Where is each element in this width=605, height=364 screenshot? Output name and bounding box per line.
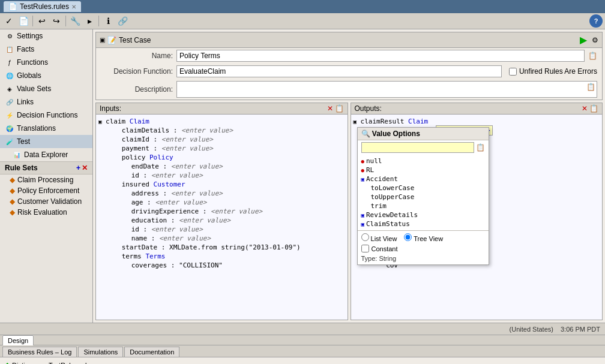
file-btn[interactable]: 📄 <box>17 14 30 28</box>
test-settings-btn[interactable]: ⚙ <box>592 36 598 44</box>
vo-rl-label[interactable]: RL <box>366 166 374 174</box>
insured-id-value[interactable]: <enter value> <box>151 225 203 233</box>
accept-btn[interactable]: ✓ <box>2 14 16 28</box>
data-explorer-icon: 📊 <box>12 150 22 160</box>
sidebar-item-decision-functions[interactable]: ⚡ Decision Functions <box>0 109 92 122</box>
add-rule-set-btn[interactable]: + <box>76 164 80 172</box>
collapse-btn[interactable]: ▣ <box>100 37 105 43</box>
age-value[interactable]: <enter value> <box>155 198 206 206</box>
vo-constant-checkbox[interactable] <box>361 245 369 252</box>
outputs-add-btn[interactable]: 📋 <box>589 104 598 113</box>
sidebar-item-settings[interactable]: ⚙ Settings <box>0 29 92 43</box>
claim-details-key: claimDetails : <box>122 127 181 134</box>
end-date-value[interactable]: <enter value> <box>171 163 223 170</box>
file-icon: 📄 <box>8 2 17 11</box>
vo-reviewdetails-node[interactable]: ▣ ReviewDetails <box>361 210 485 219</box>
sidebar-item-translations[interactable]: 🌍 Translations <box>0 122 92 135</box>
bottom-tab-business-rules-log[interactable]: Business Rules – Log <box>2 347 77 357</box>
vo-list-view-label[interactable]: List View <box>361 233 397 242</box>
bottom-tab-documentation[interactable]: Documentation <box>124 347 179 357</box>
terms-type-link[interactable]: Terms <box>145 252 165 260</box>
payment-value[interactable]: <enter value> <box>161 145 213 152</box>
rule-set-risk-evaluation[interactable]: ◆ Risk Evaluation <box>0 207 92 218</box>
sidebar-item-functions[interactable]: ƒ Functions <box>0 56 92 69</box>
vo-touppercase-label[interactable]: toUpperCase <box>371 193 415 201</box>
vo-paste-btn[interactable]: 📋 <box>476 143 485 152</box>
vo-tree-view-label[interactable]: Tree View <box>404 233 443 242</box>
claim-result-collapse[interactable]: ▣ <box>354 119 357 125</box>
vo-accident-node[interactable]: ▣ Accident <box>361 175 485 183</box>
vo-tolowercase-label[interactable]: toLowerCase <box>371 184 415 192</box>
sidebar-item-data-explorer[interactable]: 📊 Data Explorer <box>0 148 92 161</box>
outputs-clear-btn[interactable]: ✕ <box>582 104 588 113</box>
vo-tolowercase-node[interactable]: toLowerCase <box>361 183 485 192</box>
education-value[interactable]: <enter value> <box>179 216 230 224</box>
bottom-tab-simulations[interactable]: Simulations <box>78 347 123 357</box>
claim-result-type-link[interactable]: Claim <box>408 118 428 125</box>
rule-set-claim-processing[interactable]: ◆ Claim Processing <box>0 175 92 185</box>
sidebar-item-links[interactable]: 🔗 Links <box>0 95 92 109</box>
rule-set-policy-enforcement[interactable]: ◆ Policy Enforcement <box>0 185 92 196</box>
driving-exp-value[interactable]: <enter value> <box>211 207 262 215</box>
vo-null-label[interactable]: null <box>366 157 382 165</box>
policy-id-node: id : <enter value> <box>98 171 345 180</box>
undo-btn[interactable]: ↩ <box>35 14 49 28</box>
bottom-tab-label-simulations: Simulations <box>83 348 118 356</box>
vo-trim-label[interactable]: trim <box>371 202 387 210</box>
rule-set-customer-validation[interactable]: ◆ Customer Validation <box>0 196 92 207</box>
sidebar-label-facts: Facts <box>17 45 34 53</box>
rule-set-label-risk: Risk Evaluation <box>17 208 67 216</box>
decision-function-input[interactable] <box>176 65 502 77</box>
inputs-add-btn[interactable]: 📋 <box>335 104 344 113</box>
claim-collapse[interactable]: ▣ <box>98 119 101 125</box>
name-edit-icon[interactable]: 📋 <box>588 52 597 60</box>
vo-accident-label[interactable]: Accident <box>366 175 398 183</box>
vo-type-row: Type: String <box>361 255 485 262</box>
vo-claimstatus-node[interactable]: ▣ ClaimStatus <box>361 219 485 228</box>
link-btn[interactable]: 🔗 <box>116 14 129 28</box>
vo-trim-node[interactable]: trim <box>361 201 485 210</box>
insured-type-link[interactable]: Customer <box>154 181 185 188</box>
rule-set-label-customer: Customer Validation <box>17 197 82 206</box>
redo-btn[interactable]: ↪ <box>50 14 63 28</box>
address-value[interactable]: <enter value> <box>171 189 223 197</box>
claim-details-value[interactable]: <enter value> <box>181 127 233 134</box>
remove-rule-set-btn[interactable]: ✕ <box>82 164 88 172</box>
claim-id-value[interactable]: <enter value> <box>161 136 213 143</box>
unfired-rules-checkbox[interactable] <box>509 68 517 76</box>
build-btn[interactable]: 🔧 <box>68 14 82 28</box>
close-icon[interactable]: ✕ <box>71 4 76 10</box>
vo-null-node[interactable]: ● null <box>361 157 485 166</box>
help-btn[interactable]: ? <box>589 14 603 28</box>
vo-tree-view-radio[interactable] <box>404 233 412 241</box>
sidebar-item-value-sets[interactable]: ◈ Value Sets <box>0 82 92 95</box>
info-btn[interactable]: ℹ <box>101 14 115 28</box>
description-edit-icon[interactable]: 📋 <box>586 83 595 91</box>
vo-claimstatus-label[interactable]: ClaimStatus <box>366 220 410 228</box>
vo-constant-row: Constant <box>361 245 485 252</box>
vo-list-view-radio[interactable] <box>361 233 369 241</box>
policy-id-value[interactable]: <enter value> <box>151 172 203 179</box>
sidebar-item-test[interactable]: 🧪 Test <box>0 135 92 148</box>
sidebar-item-globals[interactable]: 🌐 Globals <box>0 69 92 82</box>
vo-search-input[interactable] <box>361 142 474 153</box>
vo-reviewdetails-label[interactable]: ReviewDetails <box>366 211 418 219</box>
sidebar-item-facts[interactable]: 📋 Facts <box>0 43 92 56</box>
description-area[interactable]: 📋 <box>176 81 597 98</box>
name-value-link[interactable]: <enter value> <box>159 234 211 242</box>
claim-id-key: claimId : <box>122 136 161 143</box>
vo-null-icon: ● <box>361 158 364 164</box>
claim-type-link[interactable]: Claim <box>130 118 149 125</box>
file-tab[interactable]: 📄 TestRules.rules ✕ <box>4 1 81 12</box>
name-input[interactable] <box>176 50 585 62</box>
vo-touppercase-node[interactable]: toUpperCase <box>361 192 485 201</box>
run-btn[interactable]: ▸ <box>83 14 96 28</box>
run-test-btn[interactable]: ▶ <box>580 34 587 46</box>
vo-rl-node[interactable]: ● RL <box>361 166 485 175</box>
design-tab[interactable]: Design <box>2 335 34 346</box>
sep2 <box>65 16 66 26</box>
inputs-clear-btn[interactable]: ✕ <box>327 104 333 113</box>
policy-type-link[interactable]: Policy <box>149 154 173 161</box>
sidebar-label-value-sets: Value Sets <box>17 85 51 93</box>
facts-icon: 📋 <box>5 44 14 54</box>
